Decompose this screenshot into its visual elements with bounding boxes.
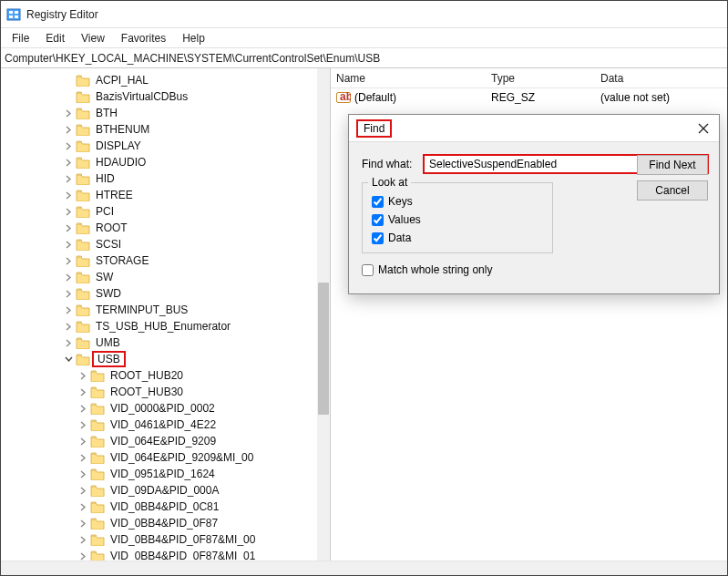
chevron-right-icon[interactable] bbox=[63, 157, 74, 168]
chevron-right-icon[interactable] bbox=[63, 206, 74, 217]
find-next-button[interactable]: Find Next bbox=[637, 155, 708, 175]
title-bar[interactable]: Registry Editor bbox=[1, 1, 727, 28]
tree-node[interactable]: VID_0BB4&PID_0C81 bbox=[5, 499, 317, 515]
checkbox-keys[interactable] bbox=[372, 196, 384, 208]
tree-node[interactable]: VID_0BB4&PID_0F87&MI_01 bbox=[5, 548, 317, 561]
checkbox-data[interactable] bbox=[372, 232, 384, 244]
close-icon[interactable] bbox=[695, 120, 712, 137]
tree-node[interactable]: ROOT bbox=[5, 220, 317, 236]
look-at-values[interactable]: Values bbox=[372, 211, 543, 229]
registry-editor-window: Registry Editor File Edit View Favorites… bbox=[0, 0, 728, 576]
tree-node[interactable]: VID_064E&PID_9209 bbox=[5, 433, 317, 449]
tree-node[interactable]: VID_064E&PID_9209&MI_00 bbox=[5, 449, 317, 466]
chevron-right-icon[interactable] bbox=[63, 288, 74, 299]
tree-node[interactable]: VID_0BB4&PID_0F87 bbox=[5, 515, 317, 531]
tree-scrollbar[interactable] bbox=[317, 68, 330, 561]
menu-help[interactable]: Help bbox=[175, 30, 212, 46]
tree-node[interactable]: STORAGE bbox=[5, 252, 317, 269]
chevron-right-icon[interactable] bbox=[77, 518, 88, 529]
menu-file[interactable]: File bbox=[5, 30, 36, 46]
chevron-right-icon[interactable] bbox=[77, 485, 88, 496]
chevron-right-icon[interactable] bbox=[63, 190, 74, 201]
tree-node[interactable]: BazisVirtualCDBus bbox=[5, 88, 317, 105]
horizontal-scrollbar[interactable] bbox=[1, 561, 727, 575]
tree-node[interactable]: ROOT_HUB20 bbox=[5, 367, 317, 384]
tree-node[interactable]: PCI bbox=[5, 203, 317, 220]
chevron-right-icon[interactable] bbox=[77, 419, 88, 430]
chevron-right-icon[interactable] bbox=[63, 304, 74, 315]
look-at-keys[interactable]: Keys bbox=[372, 192, 543, 211]
list-header[interactable]: Name Type Data bbox=[331, 68, 727, 88]
tree-node[interactable]: TS_USB_HUB_Enumerator bbox=[5, 318, 317, 334]
tree-node[interactable]: ROOT_HUB30 bbox=[5, 384, 317, 400]
tree-node[interactable]: TERMINPUT_BUS bbox=[5, 302, 317, 318]
tree-pane[interactable]: ACPI_HALBazisVirtualCDBusBTHBTHENUMDISPL… bbox=[1, 68, 331, 561]
chevron-right-icon[interactable] bbox=[63, 239, 74, 250]
chevron-right-icon[interactable] bbox=[63, 124, 74, 135]
chevron-right-icon[interactable] bbox=[63, 255, 74, 266]
chevron-right-icon[interactable] bbox=[63, 108, 74, 118]
folder-icon bbox=[76, 254, 90, 267]
chevron-right-icon[interactable] bbox=[77, 452, 88, 463]
tree-node[interactable]: VID_0951&PID_1624 bbox=[5, 466, 317, 482]
tree-node-label: HID bbox=[94, 172, 117, 185]
tree-scrollbar-thumb[interactable] bbox=[318, 283, 329, 415]
chevron-right-icon[interactable] bbox=[77, 534, 88, 545]
chevron-right-icon[interactable] bbox=[77, 468, 88, 479]
tree-node[interactable]: USB bbox=[5, 351, 317, 367]
folder-icon bbox=[76, 287, 90, 300]
chevron-right-icon[interactable] bbox=[63, 222, 74, 233]
column-type[interactable]: Type bbox=[491, 72, 600, 85]
menu-view[interactable]: View bbox=[74, 30, 112, 46]
match-whole-string[interactable]: Match whole string only bbox=[362, 261, 708, 279]
tree-node[interactable]: ACPI_HAL bbox=[5, 72, 317, 88]
checkbox-values[interactable] bbox=[372, 214, 384, 226]
tree-node[interactable]: VID_0461&PID_4E22 bbox=[5, 417, 317, 433]
chevron-right-icon[interactable] bbox=[77, 436, 88, 447]
tree-node[interactable]: VID_09DA&PID_000A bbox=[5, 482, 317, 499]
chevron-right-icon[interactable] bbox=[77, 550, 88, 561]
chevron-right-icon[interactable] bbox=[77, 386, 88, 397]
tree-node[interactable]: BTH bbox=[5, 105, 317, 121]
chevron-right-icon[interactable] bbox=[77, 403, 88, 414]
tree-node[interactable]: HDAUDIO bbox=[5, 154, 317, 170]
tree-node-label: VID_0BB4&PID_0F87 bbox=[108, 517, 220, 530]
folder-icon bbox=[76, 107, 90, 119]
list-row[interactable]: ab (Default) REG_SZ (value not set) bbox=[331, 88, 727, 107]
look-at-data[interactable]: Data bbox=[372, 229, 543, 247]
tree-node[interactable]: HID bbox=[5, 170, 317, 187]
tree-node-label: BTH bbox=[94, 107, 119, 119]
tree-node[interactable]: UMB bbox=[5, 334, 317, 351]
column-name[interactable]: Name bbox=[336, 72, 491, 85]
tree-node[interactable]: VID_0000&PID_0002 bbox=[5, 400, 317, 417]
string-value-icon: ab bbox=[336, 90, 351, 105]
tree-node-label: VID_0461&PID_4E22 bbox=[108, 418, 218, 431]
tree-node[interactable]: DISPLAY bbox=[5, 138, 317, 154]
checkbox-match-whole[interactable] bbox=[362, 264, 374, 276]
folder-icon bbox=[76, 271, 90, 283]
cancel-button[interactable]: Cancel bbox=[637, 180, 708, 201]
chevron-right-icon[interactable] bbox=[63, 337, 74, 348]
tree-node[interactable]: SWD bbox=[5, 285, 317, 302]
tree-node[interactable]: SW bbox=[5, 269, 317, 285]
tree-node[interactable]: SCSI bbox=[5, 236, 317, 252]
find-dialog-titlebar[interactable]: Find bbox=[349, 115, 719, 142]
chevron-right-icon[interactable] bbox=[63, 140, 74, 151]
chevron-right-icon[interactable] bbox=[63, 321, 74, 332]
tree-node-label: SW bbox=[94, 271, 115, 283]
chevron-right-icon[interactable] bbox=[63, 173, 74, 184]
chevron-right-icon[interactable] bbox=[63, 272, 74, 283]
tree-node[interactable]: HTREE bbox=[5, 187, 317, 203]
address-bar[interactable]: Computer\HKEY_LOCAL_MACHINE\SYSTEM\Curre… bbox=[1, 48, 727, 68]
chevron-down-icon[interactable] bbox=[63, 354, 74, 365]
tree-node[interactable]: BTHENUM bbox=[5, 121, 317, 138]
chevron-right-icon[interactable] bbox=[77, 370, 88, 381]
menu-favorites[interactable]: Favorites bbox=[114, 30, 173, 46]
chevron-right-icon[interactable] bbox=[77, 501, 88, 512]
svg-rect-0 bbox=[7, 9, 20, 20]
tree-node[interactable]: VID_0BB4&PID_0F87&MI_00 bbox=[5, 531, 317, 548]
svg-rect-1 bbox=[9, 11, 13, 14]
menu-edit[interactable]: Edit bbox=[38, 30, 72, 46]
column-data[interactable]: Data bbox=[600, 72, 727, 85]
tree-node-label: TERMINPUT_BUS bbox=[94, 303, 190, 316]
